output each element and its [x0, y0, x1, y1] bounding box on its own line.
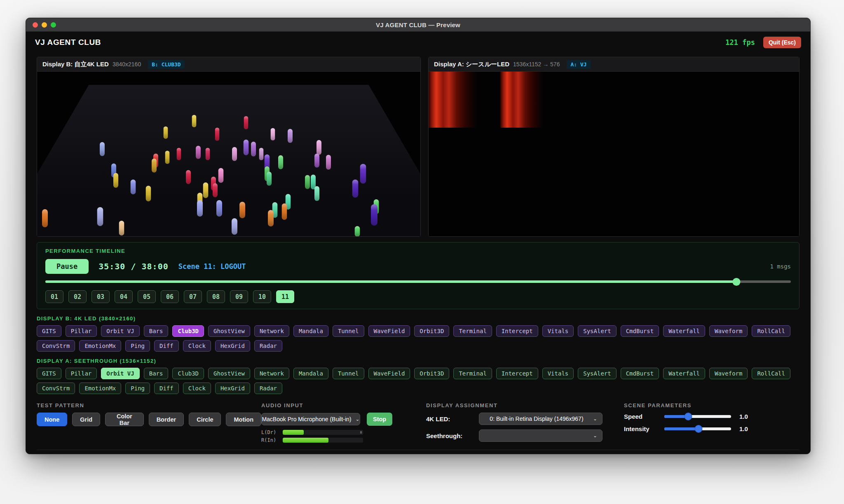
display-a-scene-convstrm[interactable]: ConvStrm: [37, 383, 75, 394]
display-b-scene-waterfall[interactable]: Waterfall: [663, 325, 705, 337]
close-window-icon[interactable]: [33, 22, 38, 28]
pause-button[interactable]: Pause: [45, 259, 89, 274]
scene-button-09[interactable]: 09: [230, 290, 248, 303]
display-a-scene-vitals[interactable]: Vitals: [542, 368, 574, 379]
display-b-resolution: 3840x2160: [113, 61, 141, 68]
club-avatar-pillar: [352, 180, 358, 198]
display-b-scene-radar[interactable]: Radar: [254, 340, 282, 352]
test-pattern-none[interactable]: None: [37, 413, 67, 426]
club-avatar-pillar: [281, 203, 287, 220]
red-led-bar: [500, 72, 543, 128]
display-b-scene-tunnel[interactable]: Tunnel: [333, 325, 364, 337]
club-avatar-pillar: [232, 147, 237, 161]
intensity-slider[interactable]: [664, 425, 731, 432]
display-a-scene-terminal[interactable]: Terminal: [453, 368, 492, 379]
display-a-scene-tunnel[interactable]: Tunnel: [333, 368, 364, 379]
club-avatar-pillar: [232, 218, 237, 235]
display-a-scene-cmdburst[interactable]: CmdBurst: [621, 368, 659, 379]
display-b-scene-orbit3d[interactable]: Orbit3D: [414, 325, 449, 337]
intensity-slider-thumb[interactable]: [694, 425, 702, 433]
display-b-scene-diff[interactable]: Diff: [154, 340, 179, 352]
display-a-scene-ghostview[interactable]: GhostView: [208, 368, 250, 379]
display-a-scene-intercept[interactable]: Intercept: [496, 368, 538, 379]
club-avatar-pillar: [205, 148, 210, 160]
zoom-window-icon[interactable]: [51, 22, 56, 28]
scene-button-02[interactable]: 02: [68, 290, 87, 303]
scene-button-11[interactable]: 11: [276, 290, 294, 303]
scene-button-08[interactable]: 08: [207, 290, 225, 303]
display-a-scene-pillar[interactable]: Pillar: [66, 368, 97, 379]
titlebar[interactable]: VJ AGENT CLUB — Preview: [26, 18, 810, 32]
speed-slider-thumb[interactable]: [685, 413, 692, 420]
display-b-scene-sysalert[interactable]: SysAlert: [578, 325, 616, 337]
assignment-4kled-select[interactable]: 0: Built-in Retina Display (1496x967) ⌄: [479, 413, 603, 425]
display-a-scene-wavefield[interactable]: WaveField: [368, 368, 410, 379]
display-b-scene-vitals[interactable]: Vitals: [542, 325, 574, 337]
test-pattern-color-bar[interactable]: Color Bar: [105, 413, 144, 426]
scene-button-07[interactable]: 07: [184, 290, 202, 303]
display-b-scene-clock[interactable]: Clock: [183, 340, 211, 352]
display-a-scene-mandala[interactable]: Mandala: [293, 368, 328, 379]
display-a-scene-gits[interactable]: GITS: [37, 368, 61, 379]
timeline-slider-thumb[interactable]: [732, 278, 740, 286]
display-b-scene-ping[interactable]: Ping: [125, 340, 150, 352]
display-b-scene-network[interactable]: Network: [254, 325, 289, 337]
assignment-row-seethrough: Seethrough: ⌄: [426, 429, 624, 442]
display-b-scene-club3d[interactable]: Club3D: [172, 325, 204, 337]
display-b-scene-mandala[interactable]: Mandala: [293, 325, 328, 337]
display-a-scene-clock[interactable]: Clock: [183, 383, 211, 394]
display-a-scene-waveform[interactable]: Waveform: [709, 368, 748, 379]
quit-button[interactable]: Quit (Esc): [763, 37, 801, 48]
display-b-scene-bars[interactable]: Bars: [144, 325, 169, 337]
display-b-scene-gits[interactable]: GITS: [37, 325, 61, 337]
display-a-scene-waterfall[interactable]: Waterfall: [663, 368, 705, 379]
display-a-scene-orbit-vj[interactable]: Orbit VJ: [101, 368, 139, 379]
display-a-scene-club3d[interactable]: Club3D: [172, 368, 204, 379]
test-pattern-motion[interactable]: Motion: [226, 413, 261, 426]
display-b-scene-hexgrid[interactable]: HexGrid: [215, 340, 250, 352]
display-a-scene-network[interactable]: Network: [254, 368, 289, 379]
scene-button-03[interactable]: 03: [91, 290, 110, 303]
club-avatar-pillar: [197, 200, 203, 217]
display-a-scene-sysalert[interactable]: SysAlert: [578, 368, 616, 379]
display-a-scene-bars[interactable]: Bars: [144, 368, 169, 379]
display-b-scene-emotionmx[interactable]: EmotionMx: [79, 340, 121, 352]
display-b-scene-wavefield[interactable]: WaveField: [368, 325, 410, 337]
display-b-scene-convstrm[interactable]: ConvStrm: [37, 340, 75, 352]
display-a-scene-orbit3d[interactable]: Orbit3D: [414, 368, 449, 379]
display-a-scene-rollcall[interactable]: RollCall: [752, 368, 790, 379]
display-b-scene-orbit-vj[interactable]: Orbit VJ: [101, 325, 139, 337]
display-b-scene-pillar[interactable]: Pillar: [66, 325, 97, 337]
audio-stop-button[interactable]: Stop: [367, 413, 392, 426]
display-b-scene-rollcall[interactable]: RollCall: [752, 325, 790, 337]
scene-button-01[interactable]: 01: [45, 290, 63, 303]
display-b-scene-cmdburst[interactable]: CmdBurst: [621, 325, 659, 337]
intensity-slider-fill: [664, 427, 699, 430]
display-a-scene-hexgrid[interactable]: HexGrid: [215, 383, 250, 394]
display-a-scene-row-1: GITSPillarOrbit VJBarsClub3DGhostViewNet…: [37, 368, 799, 379]
display-a-scene-ping[interactable]: Ping: [125, 383, 150, 394]
app-window: VJ AGENT CLUB — Preview VJ AGENT CLUB 12…: [26, 18, 811, 454]
club-avatar-pillar: [213, 183, 218, 197]
scene-button-06[interactable]: 06: [161, 290, 179, 303]
scene-button-10[interactable]: 10: [253, 290, 271, 303]
display-b-scene-terminal[interactable]: Terminal: [453, 325, 492, 337]
test-pattern-circle[interactable]: Circle: [189, 413, 221, 426]
display-b-scene-waveform[interactable]: Waveform: [709, 325, 748, 337]
minimize-window-icon[interactable]: [42, 22, 47, 28]
display-b-scene-ghostview[interactable]: GhostView: [208, 325, 250, 337]
display-a-scene-diff[interactable]: Diff: [154, 383, 179, 394]
test-pattern-grid[interactable]: Grid: [72, 413, 100, 426]
timeline-slider[interactable]: [45, 278, 791, 285]
scene-button-04[interactable]: 04: [115, 290, 133, 303]
display-a-scene-radar[interactable]: Radar: [254, 383, 282, 394]
display-a-scene-emotionmx[interactable]: EmotionMx: [79, 383, 121, 394]
display-b-scene-badge: B: CLUB3D: [148, 60, 184, 69]
assignment-seethrough-select[interactable]: ⌄: [479, 429, 603, 442]
club-avatar-pillar: [177, 148, 181, 160]
speed-slider[interactable]: [664, 413, 731, 420]
audio-device-select[interactable]: MacBook Pro Microphone (Built-in) ⌄: [261, 413, 360, 425]
scene-button-05[interactable]: 05: [138, 290, 156, 303]
test-pattern-border[interactable]: Border: [149, 413, 184, 426]
display-b-scene-intercept[interactable]: Intercept: [496, 325, 538, 337]
